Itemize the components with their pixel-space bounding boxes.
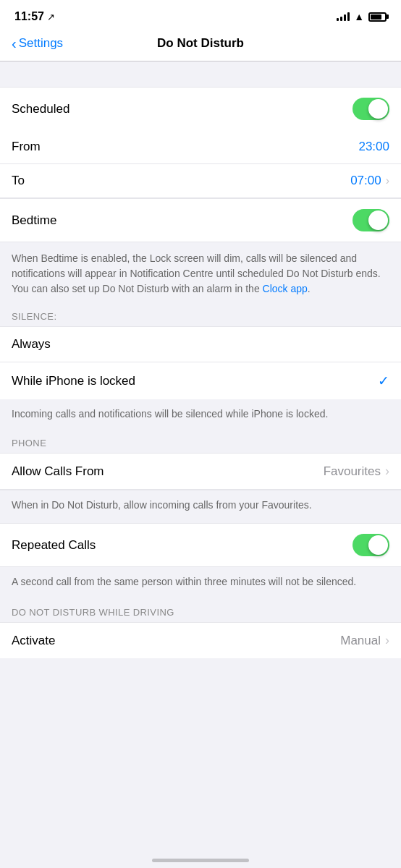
allow-calls-value: Favourites [324,464,381,479]
from-label: From [12,140,41,154]
repeated-calls-toggle-knob [368,535,388,555]
bedtime-toggle[interactable] [353,209,389,231]
info-text-end: . [308,283,311,294]
while-locked-description: Incoming calls and notifications will be… [0,399,401,432]
scheduled-toggle-knob [368,99,388,119]
repeated-calls-label: Repeated Calls [12,538,96,553]
while-locked-row[interactable]: While iPhone is locked ✓ [0,362,401,399]
back-chevron-icon: ‹ [12,36,17,51]
signal-icon [337,12,350,21]
status-bar: 11:57 ↗ ▲ [0,0,401,29]
battery-fill [371,14,381,20]
scheduled-label: Scheduled [12,102,69,116]
clock-app-link[interactable]: Clock app [263,283,308,294]
status-icons: ▲ [337,11,387,22]
to-label: To [12,174,25,188]
silence-section-header: SILENCE: [0,305,401,326]
activate-label: Activate [12,634,55,648]
bedtime-row: Bedtime [0,199,401,242]
activate-right: Manual › [340,633,389,648]
always-row[interactable]: Always [0,327,401,362]
to-right: 07:00 › [350,174,389,188]
to-value: 07:00 [350,174,381,188]
location-icon: ↗ [47,12,55,22]
repeated-calls-toggle[interactable] [353,534,389,556]
battery-icon [368,12,387,22]
activate-chevron-icon: › [385,633,389,648]
activate-row[interactable]: Activate Manual › [0,623,401,658]
home-indicator [152,859,249,862]
silence-section: Always While iPhone is locked ✓ [0,326,401,399]
scheduled-section: Scheduled [0,87,401,130]
repeated-calls-section: Repeated Calls [0,523,401,567]
scheduled-row: Scheduled [0,88,401,130]
wifi-icon: ▲ [354,11,364,22]
bedtime-info-text: When Bedtime is enabled, the Lock screen… [12,252,381,294]
repeated-calls-row: Repeated Calls [0,524,401,566]
from-right: 23:00 [358,140,389,154]
driving-section: Activate Manual › [0,622,401,658]
from-to-section: From 23:00 To 07:00 › [0,130,401,198]
while-locked-label: While iPhone is locked [12,374,135,388]
allow-calls-row[interactable]: Allow Calls From Favourites › [0,454,401,490]
activate-value: Manual [340,634,381,648]
allow-calls-description: When in Do Not Disturb, allow incoming c… [0,490,401,523]
bedtime-label: Bedtime [12,213,56,228]
status-time: 11:57 ↗ [14,10,55,23]
allow-calls-chevron-icon: › [385,464,389,479]
scheduled-toggle[interactable] [353,98,389,120]
allow-calls-section: Allow Calls From Favourites › [0,453,401,490]
from-to-chevron-icon: › [386,174,389,187]
from-value: 23:00 [358,140,389,154]
bedtime-toggle-knob [368,210,388,230]
back-label: Settings [19,36,63,51]
back-button[interactable]: ‹ Settings [12,36,63,51]
driving-section-header: DO NOT DISTURB WHILE DRIVING [0,600,401,622]
from-row[interactable]: From 23:00 [0,130,401,164]
always-label: Always [12,337,51,352]
bedtime-section: Bedtime [0,198,401,242]
allow-calls-right: Favourites › [324,464,389,479]
page-title: Do Not Disturb [157,36,244,51]
allow-calls-label: Allow Calls From [12,464,104,479]
bedtime-info-box: When Bedtime is enabled, the Lock screen… [0,242,401,305]
phone-section-header: PHONE [0,432,401,453]
repeated-calls-description: A second call from the same person withi… [0,567,401,600]
checkmark-icon: ✓ [378,373,389,389]
to-row[interactable]: To 07:00 › [0,164,401,197]
nav-bar: ‹ Settings Do Not Disturb [0,29,401,61]
